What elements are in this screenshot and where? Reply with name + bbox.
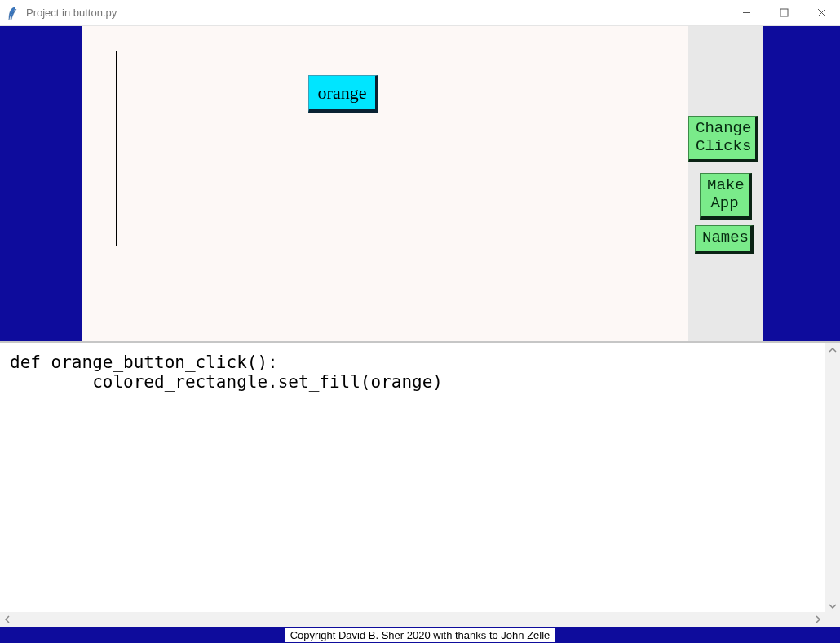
make-app-button[interactable]: Make App xyxy=(700,173,752,220)
change-clicks-button[interactable]: Change Clicks xyxy=(688,116,758,162)
footer-bar: Copyright David B. Sher 2020 with thanks… xyxy=(0,627,840,643)
horizontal-scrollbar[interactable] xyxy=(0,612,825,627)
code-region: def orange_button_click(): colored_recta… xyxy=(0,341,840,627)
names-button[interactable]: Names xyxy=(695,225,754,254)
svg-rect-1 xyxy=(780,9,788,16)
canvas-area[interactable]: orange xyxy=(82,26,688,341)
scroll-left-icon[interactable] xyxy=(0,612,15,627)
close-button[interactable] xyxy=(802,0,840,26)
vertical-scrollbar[interactable] xyxy=(825,343,840,614)
margin-left xyxy=(0,26,82,341)
scroll-corner xyxy=(825,612,840,627)
minimize-button[interactable] xyxy=(727,0,765,26)
colored-rectangle[interactable] xyxy=(116,51,254,246)
orange-button[interactable]: orange xyxy=(308,75,378,113)
code-editor[interactable]: def orange_button_click(): colored_recta… xyxy=(0,343,825,614)
window-titlebar: Project in button.py xyxy=(0,0,840,26)
scroll-up-icon[interactable] xyxy=(825,343,840,357)
tool-sidebar: Change Clicks Make App Names xyxy=(688,26,763,341)
window-title: Project in button.py xyxy=(24,7,117,19)
app-icon xyxy=(0,6,24,20)
design-region: orange Change Clicks Make App Names xyxy=(0,26,840,341)
margin-right xyxy=(763,26,840,341)
maximize-button[interactable] xyxy=(765,0,802,26)
scroll-right-icon[interactable] xyxy=(811,612,825,627)
footer-copyright: Copyright David B. Sher 2020 with thanks… xyxy=(285,628,555,642)
